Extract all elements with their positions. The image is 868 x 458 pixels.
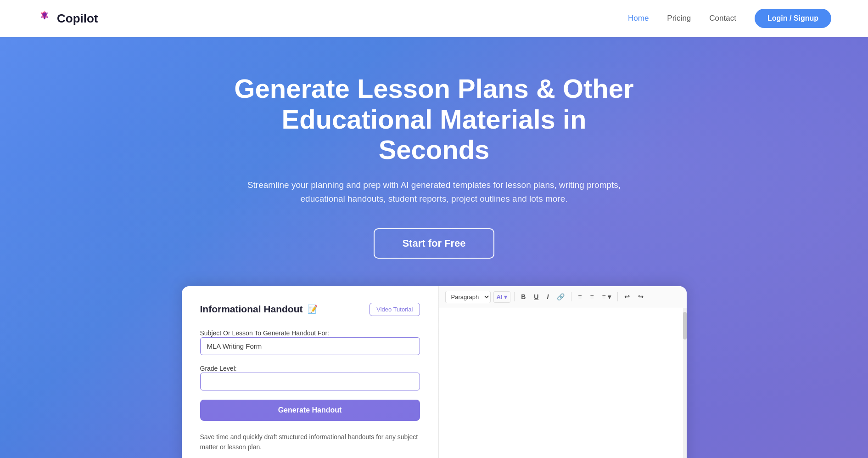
left-panel: Informational Handout 📝 Video Tutorial S… [182,286,439,458]
svg-point-0 [44,11,45,12]
nav-pricing[interactable]: Pricing [667,14,691,23]
hero-title: Generate Lesson Plans & Other Educationa… [223,74,645,165]
right-panel: Paragraph AI ▾ B U I 🔗 ≡ ≡ ≡ ▾ ↩ ↪ [439,286,687,458]
grade-label: Grade Level: [200,365,237,372]
svg-point-5 [41,12,42,14]
hero-section: Generate Lesson Plans & Other Educationa… [0,37,868,458]
nav-contact[interactable]: Contact [709,14,736,23]
navbar: Copilot Home Pricing Contact Login / Sig… [0,0,868,37]
underline-button[interactable]: U [531,291,541,302]
svg-point-4 [41,16,42,17]
italic-button[interactable]: I [544,291,551,302]
hero-subtitle: Streamline your planning and prep with A… [246,178,622,206]
subject-input[interactable] [200,337,420,355]
logo[interactable]: Copilot [37,10,98,27]
brand-name: Copilot [57,11,98,26]
ordered-list-button[interactable]: ≡ [587,291,596,302]
editor-toolbar: Paragraph AI ▾ B U I 🔗 ≡ ≡ ≡ ▾ ↩ ↪ [439,286,687,308]
generate-handout-button[interactable]: Generate Handout [200,400,420,421]
grade-input[interactable] [200,373,420,390]
nav-home[interactable]: Home [628,14,649,23]
svg-point-3 [44,18,45,19]
undo-button[interactable]: ↩ [622,291,633,302]
bold-button[interactable]: B [518,291,528,302]
subject-label: Subject Or Lesson To Generate Handout Fo… [200,329,329,337]
copilot-logo-icon [37,10,52,27]
align-button[interactable]: ≡ ▾ [599,291,614,302]
panel-title-text: Informational Handout [200,304,303,315]
divider-2 [571,292,571,301]
ai-button[interactable]: AI ▾ [493,291,511,303]
nav-links: Home Pricing Contact Login / Signup [628,9,831,28]
panel-title: Informational Handout 📝 [200,304,318,315]
link-button[interactable]: 🔗 [554,291,567,302]
scrollbar-thumb[interactable] [683,312,687,339]
svg-point-1 [46,12,48,14]
divider-1 [514,292,515,301]
redo-button[interactable]: ↪ [635,291,646,302]
panel-description: Save time and quickly draft structured i… [200,432,420,452]
panel-header: Informational Handout 📝 Video Tutorial [200,303,420,316]
app-card: Informational Handout 📝 Video Tutorial S… [182,286,687,458]
unordered-list-button[interactable]: ≡ [575,291,584,302]
paragraph-select[interactable]: Paragraph [445,291,491,303]
scrollbar-track[interactable] [683,308,687,458]
start-for-free-button[interactable]: Start for Free [374,228,494,259]
video-tutorial-button[interactable]: Video Tutorial [370,303,420,316]
editor-body[interactable] [439,308,683,458]
svg-point-2 [46,16,48,17]
divider-3 [617,292,618,301]
login-signup-button[interactable]: Login / Signup [755,9,831,28]
edit-icon: 📝 [308,304,318,314]
